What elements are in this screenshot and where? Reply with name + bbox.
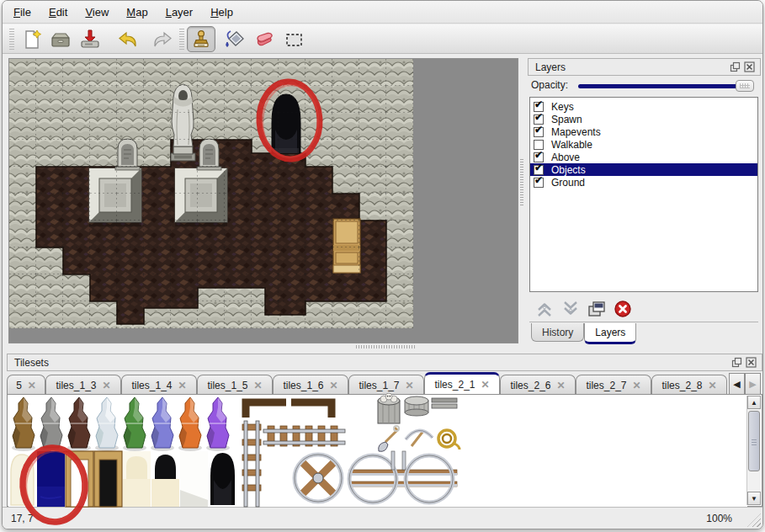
- close-tab-icon[interactable]: ✕: [481, 379, 489, 391]
- undo-arrow-icon: [117, 28, 141, 51]
- select-tool-button[interactable]: [281, 27, 305, 51]
- float-panel-icon[interactable]: [731, 357, 742, 368]
- map-viewport[interactable]: [8, 58, 518, 343]
- menu-layer[interactable]: Layer: [166, 6, 194, 19]
- layer-list: ✔ Keys ✔ Spawn ✔ Mapevents Walkable ✔ Ab…: [529, 97, 758, 292]
- layers-panel-titlebar: Layers: [528, 58, 761, 76]
- menu-view[interactable]: View: [85, 6, 109, 19]
- menu-map[interactable]: Map: [126, 6, 147, 19]
- tileset-scrollbar[interactable]: ▲ ▼: [746, 396, 761, 505]
- app-window: File Edit View Map Layer Help: [2, 0, 763, 529]
- close-tab-icon[interactable]: ✕: [708, 380, 716, 391]
- map-canvas[interactable]: [9, 59, 518, 343]
- fill-bucket-icon: [222, 28, 246, 51]
- undo-button[interactable]: [116, 27, 141, 51]
- select-marquee-icon: [282, 28, 305, 51]
- tileset-tab-3[interactable]: tiles_1_5 ✕: [197, 375, 273, 395]
- status-bar: 17, 7 100%: [3, 507, 762, 529]
- layer-visibility-checkbox[interactable]: ✔: [534, 178, 544, 188]
- menu-file[interactable]: File: [13, 6, 31, 19]
- tileset-tab-8[interactable]: tiles_2_7 ✕: [576, 375, 651, 395]
- horizontal-splitter-handle[interactable]: [356, 345, 417, 348]
- new-file-button[interactable]: [19, 27, 44, 51]
- new-file-icon: [20, 28, 44, 51]
- layer-row-above[interactable]: ✔ Above: [530, 151, 757, 163]
- layer-visibility-checkbox[interactable]: ✔: [534, 102, 544, 112]
- stamp-icon: [190, 29, 212, 51]
- layer-visibility-checkbox[interactable]: ✔: [534, 114, 544, 125]
- layer-row-mapevents[interactable]: ✔ Mapevents: [530, 125, 757, 138]
- toolbar-drag-handle-2[interactable]: [179, 28, 184, 50]
- opacity-slider-thumb[interactable]: [736, 80, 754, 92]
- tab-scroll-left-button[interactable]: ◀: [729, 373, 745, 395]
- tileset-tab-6-active[interactable]: tiles_2_1 ✕: [424, 372, 500, 395]
- layer-row-keys[interactable]: ✔ Keys: [530, 100, 757, 113]
- tileset-tabs: 5 ✕ tiles_1_3 ✕ tiles_1_4 ✕ tiles_1_5 ✕ …: [7, 372, 762, 395]
- close-tab-icon[interactable]: ✕: [178, 380, 186, 391]
- opacity-label: Opacity:: [531, 79, 568, 91]
- menu-edit[interactable]: Edit: [49, 6, 67, 19]
- redo-arrow-icon: [150, 28, 173, 51]
- redo-button[interactable]: [149, 27, 173, 51]
- close-tab-icon[interactable]: ✕: [102, 380, 110, 391]
- tileset-canvas[interactable]: [8, 396, 747, 507]
- tileset-tab-0[interactable]: 5 ✕: [7, 375, 45, 395]
- tileset-selected-tile: [37, 451, 65, 507]
- close-tab-icon[interactable]: ✕: [253, 380, 262, 391]
- save-icon: [78, 28, 102, 51]
- tileset-tab-4[interactable]: tiles_1_6 ✕: [273, 375, 348, 395]
- close-panel-icon[interactable]: [746, 357, 757, 368]
- eraser-tool-button[interactable]: [251, 27, 275, 51]
- close-tab-icon[interactable]: ✕: [405, 380, 413, 391]
- tab-scroll-right-button[interactable]: ▶: [745, 373, 761, 395]
- layer-visibility-checkbox[interactable]: ✔: [534, 152, 544, 162]
- menu-bar: File Edit View Map Layer Help: [3, 1, 762, 24]
- close-tab-icon[interactable]: ✕: [329, 380, 337, 391]
- layer-row-spawn[interactable]: ✔ Spawn: [530, 113, 757, 125]
- tileset-column: [405, 396, 428, 416]
- close-panel-icon[interactable]: [744, 61, 755, 72]
- close-tab-icon[interactable]: ✕: [556, 380, 565, 391]
- cursor-coordinates: 17, 7: [11, 513, 34, 524]
- scroll-down-button[interactable]: ▼: [747, 492, 761, 505]
- raise-layer-button[interactable]: [534, 299, 555, 319]
- duplicate-layer-button[interactable]: [587, 299, 607, 319]
- layer-visibility-checkbox[interactable]: ✔: [534, 127, 544, 137]
- tileset-tab-9[interactable]: tiles_2_8 ✕: [651, 375, 727, 395]
- scroll-up-button[interactable]: ▲: [747, 396, 761, 409]
- lower-layer-button[interactable]: [560, 299, 581, 319]
- layer-visibility-checkbox[interactable]: ✔: [534, 165, 544, 175]
- tileset-tab-1[interactable]: tiles_1_3 ✕: [45, 375, 121, 395]
- close-tab-icon[interactable]: ✕: [632, 380, 640, 391]
- save-file-button[interactable]: [77, 27, 102, 51]
- tileset-tab-7[interactable]: tiles_2_6 ✕: [500, 375, 576, 395]
- layer-tools: [529, 296, 758, 322]
- vertical-splitter-handle[interactable]: [520, 158, 523, 205]
- map-grid-overlay: [9, 59, 413, 328]
- menu-help[interactable]: Help: [210, 6, 233, 19]
- layer-row-walkable[interactable]: Walkable: [530, 138, 757, 151]
- fill-tool-button[interactable]: [221, 27, 246, 51]
- close-tab-icon[interactable]: ✕: [28, 380, 36, 391]
- tilesets-panel-title: Tilesets: [8, 357, 49, 369]
- panel-bottom-tabs: History Layers: [531, 323, 636, 344]
- delete-layer-button[interactable]: [613, 299, 633, 319]
- scrollbar-thumb[interactable]: [748, 411, 760, 471]
- tileset-tab-5[interactable]: tiles_1_7 ✕: [348, 375, 424, 395]
- layer-row-ground[interactable]: ✔ Ground: [530, 176, 757, 189]
- float-panel-icon[interactable]: [730, 61, 741, 72]
- layers-panel-title: Layers: [529, 61, 566, 73]
- layer-row-objects[interactable]: ✔ Objects: [530, 163, 757, 176]
- layer-visibility-checkbox[interactable]: [534, 140, 544, 150]
- window-resize-grip[interactable]: [747, 513, 761, 527]
- tilesets-panel-titlebar: Tilesets: [7, 354, 762, 371]
- open-folder-icon: [49, 28, 72, 51]
- toolbar-drag-handle[interactable]: [9, 28, 14, 50]
- tab-history[interactable]: History: [531, 323, 584, 342]
- tab-layers[interactable]: Layers: [584, 323, 636, 344]
- stamp-tool-button[interactable]: [187, 26, 215, 52]
- tileset-content: ▲ ▼: [7, 394, 762, 507]
- tileset-tab-2[interactable]: tiles_1_4 ✕: [121, 375, 197, 395]
- opacity-slider-track[interactable]: [578, 84, 740, 88]
- open-file-button[interactable]: [48, 27, 72, 51]
